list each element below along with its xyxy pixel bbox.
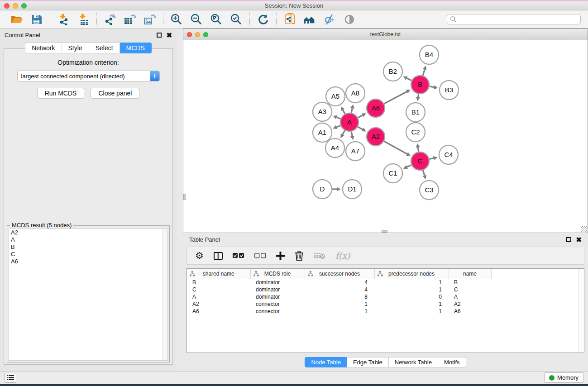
- search-input[interactable]: [457, 16, 578, 23]
- table-row[interactable]: A2connector11A2: [187, 300, 491, 308]
- show-columns-icon[interactable]: [214, 252, 223, 260]
- tab-select[interactable]: Select: [89, 43, 120, 53]
- table-cell[interactable]: 0: [374, 293, 449, 300]
- tab-style[interactable]: Style: [62, 43, 89, 53]
- table-cell[interactable]: C: [449, 286, 491, 293]
- graph-node-B3[interactable]: B3: [440, 81, 459, 100]
- table-cell[interactable]: 1: [374, 286, 449, 293]
- graph-node-C[interactable]: C: [411, 152, 429, 170]
- graph-node-A2[interactable]: A2: [367, 128, 385, 146]
- import-network-icon[interactable]: [56, 13, 71, 26]
- column-header-shared-name[interactable]: shared name: [187, 269, 250, 279]
- graph-edge-A-A3[interactable]: [337, 117, 341, 119]
- network-titlebar[interactable]: testGlobe.txt: [183, 29, 588, 40]
- graph-edge-A-A1[interactable]: [337, 126, 341, 127]
- add-column-icon[interactable]: [276, 252, 285, 260]
- close-window-button[interactable]: [4, 3, 10, 9]
- graph-node-C2[interactable]: C2: [406, 123, 425, 142]
- table-scrollbar[interactable]: [578, 269, 584, 353]
- graph-node-A3[interactable]: A3: [313, 102, 332, 121]
- graph-edge-C-C1[interactable]: [407, 165, 411, 167]
- network-close-button[interactable]: [187, 32, 192, 37]
- close-panel-icon[interactable]: ✖: [166, 33, 172, 38]
- network-graph[interactable]: B4B2BB3A8A5A6A3B1AC2A1A2A4A7C4CC1C3DD1: [183, 40, 588, 233]
- duplicate-network-icon[interactable]: [282, 13, 297, 26]
- graph-edge-B-B3[interactable]: [430, 86, 434, 87]
- tab-network[interactable]: Network: [25, 43, 62, 53]
- table-row[interactable]: A6connector11A6: [187, 308, 491, 315]
- resize-grip[interactable]: [581, 226, 587, 232]
- column-header-predecessor-nodes[interactable]: predecessor nodes: [374, 269, 449, 279]
- table-cell[interactable]: dominator: [250, 286, 305, 293]
- save-session-icon[interactable]: [29, 13, 44, 26]
- export-table-icon[interactable]: [122, 13, 138, 26]
- graph-edge-A-A5[interactable]: [343, 110, 345, 114]
- graph-node-C4[interactable]: C4: [439, 145, 458, 164]
- network-zoom-button[interactable]: [203, 32, 208, 37]
- graph-node-A4[interactable]: A4: [325, 138, 344, 157]
- graph-edge-A-A8[interactable]: [351, 108, 352, 113]
- table-tab-network-table[interactable]: Network Table: [389, 357, 438, 367]
- criterion-select[interactable]: largest connected component (directed) ▲…: [17, 71, 160, 81]
- deselect-all-columns-icon[interactable]: [254, 253, 266, 258]
- graph-node-C3[interactable]: C3: [420, 181, 439, 200]
- select-all-columns-icon[interactable]: [233, 253, 244, 258]
- export-network-icon[interactable]: [102, 13, 118, 26]
- hide-glasses-icon[interactable]: [322, 13, 337, 26]
- close-panel-button[interactable]: Close panel: [91, 88, 139, 99]
- tab-mcds[interactable]: MCDS: [120, 43, 152, 53]
- zoom-out-icon[interactable]: [189, 13, 204, 26]
- graph-edge-B-B4[interactable]: [423, 70, 425, 76]
- task-history-icon[interactable]: [5, 373, 16, 383]
- graph-node-A6[interactable]: A6: [367, 99, 385, 117]
- zoom-selected-icon[interactable]: [229, 13, 244, 26]
- table-row[interactable]: Bdominator41B: [187, 279, 491, 286]
- table-tab-edge-table[interactable]: Edge Table: [347, 357, 389, 367]
- table-tab-node-table[interactable]: Node Table: [305, 357, 347, 367]
- result-list-scrollbar[interactable]: [163, 229, 167, 360]
- table-cell[interactable]: dominator: [250, 279, 305, 286]
- graph-node-B4[interactable]: B4: [420, 45, 439, 64]
- table-cell[interactable]: A2: [449, 300, 491, 308]
- graph-edge-C-C2[interactable]: [418, 148, 419, 152]
- table-row[interactable]: Cdominator41C: [187, 286, 491, 293]
- table-cell[interactable]: C: [187, 286, 250, 293]
- minimize-window-button[interactable]: [13, 3, 18, 9]
- table-cell[interactable]: 1: [374, 300, 449, 308]
- table-cell[interactable]: 4: [305, 286, 374, 293]
- import-table-icon[interactable]: [76, 13, 91, 26]
- refresh-view-icon[interactable]: [255, 13, 271, 26]
- graph-node-A7[interactable]: A7: [346, 142, 365, 161]
- open-session-icon[interactable]: [9, 13, 24, 26]
- graph-node-B2[interactable]: B2: [383, 62, 402, 81]
- table-cell[interactable]: B: [187, 279, 250, 286]
- graph-edge-A-A4[interactable]: [343, 130, 345, 134]
- mcds-result-list[interactable]: A2ABCA6: [9, 229, 168, 361]
- table-cell[interactable]: A6: [449, 308, 491, 315]
- column-header-MCDS-role[interactable]: MCDS role: [250, 269, 305, 279]
- home-icon[interactable]: [302, 13, 317, 26]
- float-panel-icon[interactable]: [157, 33, 162, 38]
- export-image-icon[interactable]: [142, 13, 158, 26]
- zoom-window-button[interactable]: [21, 3, 27, 9]
- graph-node-A5[interactable]: A5: [326, 87, 345, 106]
- table-cell[interactable]: 1: [374, 308, 449, 315]
- table-row[interactable]: Adominator80A: [187, 293, 491, 300]
- table-cell[interactable]: connector: [250, 300, 305, 308]
- column-header-name[interactable]: name: [449, 269, 491, 279]
- graph-edge-A-A7[interactable]: [351, 132, 352, 136]
- graph-edge-B-B1[interactable]: [418, 94, 419, 97]
- table-tab-motifs[interactable]: Motifs: [438, 357, 466, 367]
- close-table-panel-icon[interactable]: ✖: [576, 237, 582, 242]
- zoom-fit-icon[interactable]: [209, 13, 224, 26]
- graph-node-A[interactable]: A: [340, 113, 359, 131]
- canvas-vscroll-thumb[interactable]: [183, 194, 186, 200]
- result-list-item[interactable]: C: [9, 251, 167, 258]
- graph-edge-C-C4[interactable]: [429, 158, 433, 159]
- table-cell[interactable]: dominator: [250, 293, 305, 300]
- graph-edge-A-A2[interactable]: [358, 127, 363, 129]
- function-builder-icon[interactable]: f(x): [335, 251, 350, 261]
- result-list-item[interactable]: A: [9, 236, 167, 243]
- table-cell[interactable]: 1: [305, 300, 374, 308]
- zoom-in-icon[interactable]: [169, 13, 184, 26]
